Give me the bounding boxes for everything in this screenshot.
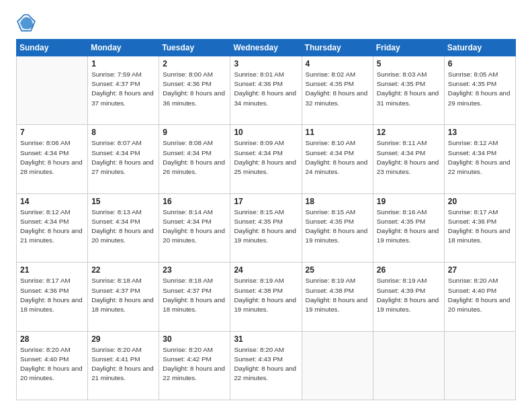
day-number: 9 <box>163 128 226 137</box>
day-number: 6 <box>448 59 512 68</box>
calendar-cell: 21Sunrise: 8:17 AMSunset: 4:36 PMDayligh… <box>17 263 88 331</box>
day-info: Sunrise: 8:08 AMSunset: 4:34 PMDaylight:… <box>163 138 226 177</box>
day-info: Sunrise: 7:59 AMSunset: 4:37 PMDaylight:… <box>91 70 155 108</box>
calendar-cell: 14Sunrise: 8:12 AMSunset: 4:34 PMDayligh… <box>17 193 88 262</box>
calendar-cell: 4Sunrise: 8:02 AMSunset: 4:35 PMDaylight… <box>302 56 373 125</box>
day-number: 29 <box>91 334 155 344</box>
day-number: 28 <box>20 334 84 344</box>
day-info: Sunrise: 8:15 AMSunset: 4:35 PMDaylight:… <box>306 208 369 246</box>
calendar-cell: 31Sunrise: 8:20 AMSunset: 4:43 PMDayligh… <box>230 331 302 400</box>
calendar-cell: 27Sunrise: 8:20 AMSunset: 4:40 PMDayligh… <box>444 263 515 331</box>
day-number: 21 <box>20 265 84 275</box>
calendar-cell: 13Sunrise: 8:12 AMSunset: 4:34 PMDayligh… <box>444 125 515 193</box>
calendar-cell <box>17 56 88 125</box>
calendar-cell: 26Sunrise: 8:19 AMSunset: 4:39 PMDayligh… <box>373 263 444 331</box>
day-header-sunday: Sunday <box>17 40 88 56</box>
calendar-cell: 23Sunrise: 8:18 AMSunset: 4:37 PMDayligh… <box>159 263 230 331</box>
day-header-tuesday: Tuesday <box>159 40 230 56</box>
day-info: Sunrise: 8:20 AMSunset: 4:43 PMDaylight:… <box>234 345 298 383</box>
calendar-cell: 28Sunrise: 8:20 AMSunset: 4:40 PMDayligh… <box>17 331 88 400</box>
header <box>16 13 516 34</box>
day-number: 26 <box>377 265 441 275</box>
calendar-cell: 1Sunrise: 7:59 AMSunset: 4:37 PMDaylight… <box>88 56 159 125</box>
calendar-cell: 29Sunrise: 8:20 AMSunset: 4:41 PMDayligh… <box>88 331 159 400</box>
day-header-friday: Friday <box>373 40 444 56</box>
day-info: Sunrise: 8:06 AMSunset: 4:34 PMDaylight:… <box>20 138 84 177</box>
day-number: 3 <box>234 59 298 68</box>
calendar-cell: 22Sunrise: 8:18 AMSunset: 4:37 PMDayligh… <box>88 263 159 331</box>
day-info: Sunrise: 8:19 AMSunset: 4:39 PMDaylight:… <box>377 276 441 314</box>
day-info: Sunrise: 8:19 AMSunset: 4:38 PMDaylight:… <box>234 276 298 314</box>
day-number: 30 <box>163 334 226 344</box>
week-row-4: 21Sunrise: 8:17 AMSunset: 4:36 PMDayligh… <box>17 263 516 331</box>
logo-icon <box>16 13 36 34</box>
day-info: Sunrise: 8:12 AMSunset: 4:34 PMDaylight:… <box>20 208 84 246</box>
day-number: 31 <box>234 334 298 344</box>
calendar-cell <box>373 331 444 400</box>
week-row-5: 28Sunrise: 8:20 AMSunset: 4:40 PMDayligh… <box>17 331 516 400</box>
day-info: Sunrise: 8:15 AMSunset: 4:35 PMDaylight:… <box>234 208 298 246</box>
day-info: Sunrise: 8:03 AMSunset: 4:35 PMDaylight:… <box>377 70 441 108</box>
day-info: Sunrise: 8:13 AMSunset: 4:34 PMDaylight:… <box>91 208 155 246</box>
calendar-cell: 18Sunrise: 8:15 AMSunset: 4:35 PMDayligh… <box>302 193 373 262</box>
day-header-wednesday: Wednesday <box>230 40 302 56</box>
day-info: Sunrise: 8:20 AMSunset: 4:40 PMDaylight:… <box>448 276 512 314</box>
day-number: 11 <box>306 128 369 137</box>
day-number: 16 <box>163 197 226 206</box>
day-number: 10 <box>234 128 298 137</box>
day-info: Sunrise: 8:02 AMSunset: 4:35 PMDaylight:… <box>306 70 369 108</box>
day-number: 20 <box>448 197 512 206</box>
calendar-cell: 24Sunrise: 8:19 AMSunset: 4:38 PMDayligh… <box>230 263 302 331</box>
day-number: 19 <box>377 197 441 206</box>
day-info: Sunrise: 8:16 AMSunset: 4:35 PMDaylight:… <box>377 208 441 246</box>
day-info: Sunrise: 8:07 AMSunset: 4:34 PMDaylight:… <box>91 138 155 177</box>
day-number: 7 <box>20 128 84 137</box>
day-info: Sunrise: 8:11 AMSunset: 4:34 PMDaylight:… <box>377 138 441 177</box>
day-info: Sunrise: 8:05 AMSunset: 4:35 PMDaylight:… <box>448 70 512 108</box>
day-number: 18 <box>306 197 369 206</box>
day-number: 14 <box>20 197 84 206</box>
calendar-table: SundayMondayTuesdayWednesdayThursdayFrid… <box>16 39 516 400</box>
day-info: Sunrise: 8:09 AMSunset: 4:34 PMDaylight:… <box>234 138 298 177</box>
calendar-cell: 8Sunrise: 8:07 AMSunset: 4:34 PMDaylight… <box>88 125 159 193</box>
days-header-row: SundayMondayTuesdayWednesdayThursdayFrid… <box>17 40 516 56</box>
week-row-3: 14Sunrise: 8:12 AMSunset: 4:34 PMDayligh… <box>17 193 516 262</box>
day-info: Sunrise: 8:17 AMSunset: 4:36 PMDaylight:… <box>448 208 512 246</box>
week-row-1: 1Sunrise: 7:59 AMSunset: 4:37 PMDaylight… <box>17 56 516 125</box>
day-info: Sunrise: 8:20 AMSunset: 4:42 PMDaylight:… <box>163 345 226 383</box>
day-info: Sunrise: 8:00 AMSunset: 4:36 PMDaylight:… <box>163 70 226 108</box>
calendar-cell: 16Sunrise: 8:14 AMSunset: 4:34 PMDayligh… <box>159 193 230 262</box>
day-number: 22 <box>91 265 155 275</box>
calendar-cell: 9Sunrise: 8:08 AMSunset: 4:34 PMDaylight… <box>159 125 230 193</box>
calendar-cell: 30Sunrise: 8:20 AMSunset: 4:42 PMDayligh… <box>159 331 230 400</box>
day-header-monday: Monday <box>88 40 159 56</box>
calendar-cell <box>444 331 515 400</box>
day-info: Sunrise: 8:17 AMSunset: 4:36 PMDaylight:… <box>20 276 84 314</box>
day-number: 8 <box>91 128 155 137</box>
calendar-cell: 25Sunrise: 8:19 AMSunset: 4:38 PMDayligh… <box>302 263 373 331</box>
calendar-cell: 20Sunrise: 8:17 AMSunset: 4:36 PMDayligh… <box>444 193 515 262</box>
day-number: 15 <box>91 197 155 206</box>
calendar-cell: 6Sunrise: 8:05 AMSunset: 4:35 PMDaylight… <box>444 56 515 125</box>
day-info: Sunrise: 8:10 AMSunset: 4:34 PMDaylight:… <box>306 138 369 177</box>
day-number: 12 <box>377 128 441 137</box>
calendar-cell: 12Sunrise: 8:11 AMSunset: 4:34 PMDayligh… <box>373 125 444 193</box>
day-info: Sunrise: 8:20 AMSunset: 4:40 PMDaylight:… <box>20 345 84 383</box>
day-number: 24 <box>234 265 298 275</box>
week-row-2: 7Sunrise: 8:06 AMSunset: 4:34 PMDaylight… <box>17 125 516 193</box>
calendar-cell <box>302 331 373 400</box>
day-info: Sunrise: 8:18 AMSunset: 4:37 PMDaylight:… <box>91 276 155 314</box>
calendar-cell: 10Sunrise: 8:09 AMSunset: 4:34 PMDayligh… <box>230 125 302 193</box>
day-number: 17 <box>234 197 298 206</box>
day-number: 25 <box>306 265 369 275</box>
day-number: 4 <box>306 59 369 68</box>
day-header-thursday: Thursday <box>302 40 373 56</box>
day-number: 1 <box>91 59 155 68</box>
calendar-cell: 15Sunrise: 8:13 AMSunset: 4:34 PMDayligh… <box>88 193 159 262</box>
day-number: 2 <box>163 59 226 68</box>
day-info: Sunrise: 8:20 AMSunset: 4:41 PMDaylight:… <box>91 345 155 383</box>
calendar-cell: 17Sunrise: 8:15 AMSunset: 4:35 PMDayligh… <box>230 193 302 262</box>
day-number: 23 <box>163 265 226 275</box>
day-number: 5 <box>377 59 441 68</box>
calendar-cell: 2Sunrise: 8:00 AMSunset: 4:36 PMDaylight… <box>159 56 230 125</box>
